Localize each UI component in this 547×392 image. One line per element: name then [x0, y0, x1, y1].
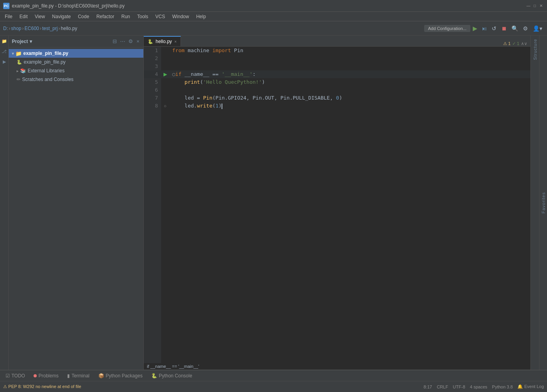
scratches-icon: ✏: [17, 77, 21, 82]
line-num-3: 3: [144, 62, 161, 70]
user-button[interactable]: 👤▾: [531, 24, 544, 32]
menu-help[interactable]: Help: [193, 13, 209, 20]
python-packages-label: Python Packages: [106, 373, 143, 379]
project-collapse-button[interactable]: ⊟: [112, 38, 118, 45]
status-indent[interactable]: 4 spaces: [470, 384, 487, 389]
project-panel-header: Project ▾ ⊟ ⋯ ⚙ ×: [9, 36, 143, 47]
python-packages-icon: 📦: [98, 373, 104, 379]
main-layout: 📁 ⎇ ▶ Project ▾ ⊟ ⋯ ⚙ × ▾ 📁 example_pin_…: [0, 36, 547, 370]
tab-close-button[interactable]: ×: [174, 40, 177, 44]
hint-bar: if __name__ == '__main__': [144, 363, 530, 370]
editor-tab-hello-py[interactable]: 🐍 hello.py ×: [144, 36, 181, 46]
settings-button[interactable]: ⚙: [521, 24, 530, 32]
menu-window[interactable]: Window: [169, 13, 192, 20]
breadcrumb-folder2[interactable]: EC600: [24, 26, 39, 31]
project-title: Project ▾: [12, 39, 32, 44]
project-dropdown-icon[interactable]: ▾: [30, 39, 32, 44]
menu-file[interactable]: File: [2, 13, 15, 20]
maximize-button[interactable]: □: [532, 3, 538, 9]
line-code-3: [169, 62, 530, 70]
code-line-3: 3: [144, 62, 530, 70]
bottom-tab-python-packages[interactable]: 📦 Python Packages: [94, 371, 147, 381]
breadcrumb-folder1[interactable]: shop: [11, 26, 21, 31]
code-editor[interactable]: 1 from machine import Pin 2 3: [144, 47, 530, 370]
bottom-tab-todo[interactable]: ☑ TODO: [2, 371, 29, 381]
todo-icon: ☑: [6, 373, 10, 379]
todo-label: TODO: [11, 373, 25, 379]
gutter-5: [161, 78, 169, 86]
status-warning[interactable]: ⚠ PEP 8: W292 no newline at end of file: [3, 384, 81, 389]
line-code-8: led.write(1): [169, 102, 530, 110]
close-button[interactable]: ✕: [538, 3, 544, 9]
run-button[interactable]: ▶: [472, 24, 478, 33]
breadcrumb-folder3[interactable]: test_prj: [42, 26, 58, 31]
status-position[interactable]: 8:17: [423, 384, 432, 389]
search-button[interactable]: 🔍: [510, 24, 520, 32]
toolbar: D: › shop › EC600 › test_prj › hello.py …: [0, 21, 547, 36]
breadcrumb-sep3: ›: [40, 26, 41, 31]
reload-button[interactable]: ↺: [490, 24, 498, 32]
python-console-label: Python Console: [159, 373, 192, 379]
gutter-3: [161, 62, 169, 70]
hint-bar-text: if __name__ == '__main__': [147, 364, 199, 369]
menu-refactor[interactable]: Refactor: [93, 13, 117, 20]
gutter-4[interactable]: ▶: [161, 70, 169, 78]
tree-item-scratches[interactable]: ✏ Scratches and Consoles: [9, 75, 143, 84]
line-code-1: from machine import Pin: [169, 47, 530, 55]
title-text: example_pin_file.py - D:\shop\EC600\test…: [12, 3, 125, 9]
line-num-2: 2: [144, 55, 161, 62]
structure-label[interactable]: Structure: [533, 39, 538, 60]
gutter-6: [161, 86, 169, 94]
minimize-button[interactable]: —: [526, 3, 531, 9]
line-num-4: 4: [144, 70, 161, 78]
menu-vcs[interactable]: VCS: [152, 13, 168, 20]
bottom-tab-problems[interactable]: Problems: [30, 371, 62, 381]
project-tree: ▾ 📁 example_pin_file.py 🐍 example_pin_fi…: [9, 47, 143, 370]
breadcrumb-sep2: ›: [22, 26, 24, 31]
run-controls: Add Configuration... ▶ ⏯ ↺ ⏹ 🔍 ⚙ 👤▾: [424, 24, 544, 33]
project-close-button[interactable]: ×: [135, 38, 140, 45]
menu-tools[interactable]: Tools: [134, 13, 151, 20]
window-controls: — □ ✕: [526, 3, 544, 9]
terminal-label: Terminal: [71, 373, 89, 379]
bottom-tab-python-console[interactable]: 🐍 Python Console: [147, 371, 196, 381]
add-configuration-button[interactable]: Add Configuration...: [424, 25, 470, 32]
tree-item-file-py[interactable]: 🐍 example_pin_file.py: [9, 58, 143, 66]
tree-item-external-libs[interactable]: ▸ 📚 External Libraries: [9, 66, 143, 75]
debug-button[interactable]: ⏯: [480, 24, 489, 32]
code-empty-space[interactable]: [144, 110, 530, 363]
line-code-7: led = Pin(Pin.GPIO24, Pin.OUT, Pin.PULL_…: [169, 94, 530, 102]
problems-label: Problems: [38, 373, 58, 379]
menu-edit[interactable]: Edit: [16, 13, 31, 20]
scratches-label: Scratches and Consoles: [22, 77, 73, 82]
app-icon: PC: [3, 3, 9, 9]
sidebar-icon-vcs[interactable]: ⎇: [0, 47, 8, 55]
root-folder-label: example_pin_file.py: [23, 51, 68, 56]
project-dots-button[interactable]: ⋯: [119, 38, 126, 45]
menu-run[interactable]: Run: [118, 13, 133, 20]
code-scroll-area[interactable]: 1 from machine import Pin 2 3: [144, 47, 530, 363]
status-event-log[interactable]: 🔔 Event Log: [517, 384, 544, 389]
menu-view[interactable]: View: [32, 13, 48, 20]
scroll-down-button[interactable]: ∨: [524, 41, 527, 46]
breadcrumb-file[interactable]: hello.py: [61, 26, 77, 31]
tab-label: hello.py: [156, 39, 172, 44]
project-panel: Project ▾ ⊟ ⋯ ⚙ × ▾ 📁 example_pin_file.p…: [9, 36, 144, 370]
status-python-version[interactable]: Python 3.8: [492, 384, 513, 389]
sidebar-icon-project[interactable]: 📁: [0, 37, 8, 45]
editor-top-indicators: ⚠ 1 ✓ 1 ∧ ∨: [181, 41, 530, 46]
status-encoding[interactable]: UTF-8: [453, 384, 465, 389]
line-code-5: print('Hello QuecPython!'): [169, 78, 530, 86]
scroll-up-button[interactable]: ∧: [521, 41, 524, 46]
project-settings-button[interactable]: ⚙: [128, 38, 134, 45]
tree-item-root-folder[interactable]: ▾ 📁 example_pin_file.py: [9, 49, 143, 58]
menu-code[interactable]: Code: [75, 13, 92, 20]
status-left: ⚠ PEP 8: W292 no newline at end of file: [3, 384, 81, 389]
favorites-label[interactable]: Favorites: [541, 192, 546, 213]
status-line-ending[interactable]: CRLF: [437, 384, 448, 389]
bottom-tab-terminal[interactable]: ▮ Terminal: [63, 371, 93, 381]
menu-navigate[interactable]: Navigate: [49, 13, 74, 20]
stop-button[interactable]: ⏹: [500, 24, 508, 32]
sidebar-icon-run[interactable]: ▶: [0, 58, 8, 66]
breadcrumb-drive[interactable]: D:: [3, 26, 8, 31]
